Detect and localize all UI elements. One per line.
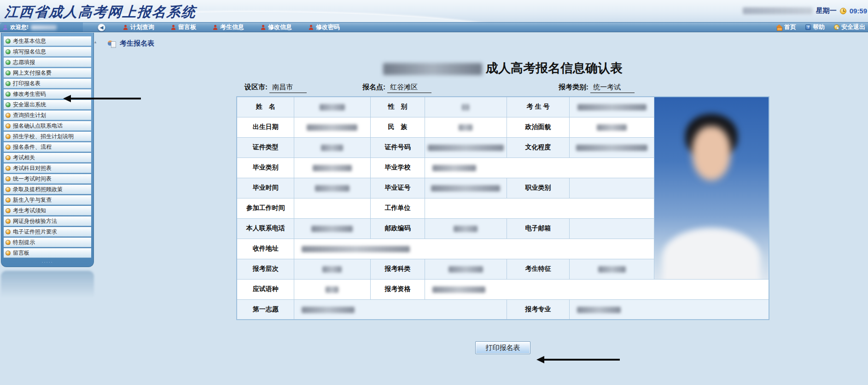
field-label: 报考资格	[370, 279, 425, 299]
nav-right-item-3[interactable]: 安全退出	[834, 23, 865, 31]
redacted-value	[576, 145, 647, 151]
sidebar-item-14[interactable]: 统一考试时间表	[4, 174, 91, 184]
sidebar-collapse-handle[interactable]: ▲	[92, 33, 99, 385]
sidebar-item-4[interactable]: 网上支付报名费	[4, 68, 91, 78]
nav-item-5[interactable]: 修改密码	[309, 23, 340, 31]
person-icon	[261, 25, 266, 30]
nav-item-2[interactable]: 留言板	[171, 23, 196, 31]
sidebar-item-12[interactable]: 考试相关	[4, 153, 91, 163]
sidebar-item-label: 招生学校、招生计划说明	[13, 133, 74, 140]
orange-dot-icon	[6, 240, 11, 245]
field-value	[425, 178, 507, 198]
field-value	[425, 279, 769, 299]
redacted-value	[449, 266, 483, 273]
redacted-value	[428, 145, 504, 151]
redacted-value	[322, 266, 342, 273]
field-value	[570, 117, 654, 137]
back-icon[interactable]: ◀	[98, 23, 105, 31]
field-label: 应试语种	[237, 279, 294, 299]
redacted-value	[577, 307, 621, 313]
redacted-value	[432, 165, 476, 171]
orange-dot-icon	[6, 229, 11, 234]
redacted-value	[313, 165, 352, 171]
sidebar-item-18[interactable]: 网证身份核验方法	[4, 216, 91, 226]
sidebar-item-7[interactable]: 安全退出系统	[4, 100, 91, 110]
field-label: 收件地址	[237, 239, 294, 259]
sidebar-item-label: 电子证件照片要求	[13, 228, 57, 236]
redacted-value	[307, 124, 357, 131]
field-value	[294, 117, 370, 137]
nav-right-item-2[interactable]: ?帮助	[805, 23, 825, 31]
help-icon: ?	[805, 24, 811, 30]
photo-shirt	[662, 228, 761, 279]
nav-item-3[interactable]: 考生信息	[213, 23, 244, 31]
sidebar-item-9[interactable]: 报名确认点联系电话	[4, 121, 91, 131]
welcome-area: 欢迎您!	[0, 23, 83, 32]
sidebar-item-21[interactable]: 留言板	[4, 248, 91, 258]
sidebar-item-20[interactable]: 特别提示	[4, 238, 91, 247]
navbar-menu: 计划查询留言板考生信息修改信息修改密码	[123, 23, 340, 31]
field-value	[294, 158, 370, 178]
sidebar-resize-handle[interactable]: ·····	[4, 259, 91, 265]
sidebar-item-1[interactable]: 考生基本信息	[4, 36, 91, 46]
redacted-value	[598, 266, 626, 273]
sidebar-item-label: 修改考生密码	[13, 90, 46, 98]
field-value	[570, 97, 654, 117]
print-form-button[interactable]: 打印报名表	[475, 341, 530, 354]
section-title: 考生报名表	[120, 39, 154, 48]
sidebar-item-label: 考生考试须知	[13, 207, 46, 215]
field-value	[425, 158, 654, 178]
field-value	[570, 259, 654, 279]
field-value	[294, 178, 370, 198]
sidebar-item-label: 网上支付报名费	[13, 69, 52, 77]
form-person-icon	[108, 40, 116, 47]
date-redacted	[743, 7, 813, 14]
sidebar-item-10[interactable]: 招生学校、招生计划说明	[4, 132, 91, 141]
person-icon	[309, 25, 314, 30]
redacted-value	[320, 104, 345, 111]
person-icon	[171, 25, 176, 30]
sidebar-item-5[interactable]: 打印报名表	[4, 79, 91, 88]
meta-registration-point: 报名点: 红谷滩区	[362, 83, 431, 93]
green-dot-icon	[6, 81, 11, 86]
sidebar-item-label: 特别提示	[13, 239, 35, 246]
nav-right-label: 安全退出	[841, 23, 865, 31]
field-label: 工作单位	[370, 198, 425, 218]
field-value	[294, 97, 370, 117]
form-title: 成人高考报名信息确认表	[236, 60, 769, 76]
orange-dot-icon	[6, 145, 11, 150]
sidebar-item-label: 安全退出系统	[13, 101, 46, 109]
field-value	[294, 137, 370, 158]
field-value	[294, 279, 370, 299]
sidebar-item-16[interactable]: 新生入学与复查	[4, 195, 91, 205]
nav-item-1[interactable]: 计划查询	[123, 23, 154, 31]
sidebar-item-8[interactable]: 查询招生计划	[4, 111, 91, 120]
redacted-value	[315, 185, 350, 192]
sidebar-item-3[interactable]: 志愿填报	[4, 58, 91, 67]
sidebar-item-17[interactable]: 考生考试须知	[4, 206, 91, 216]
field-value	[425, 97, 507, 117]
nav-item-4[interactable]: 修改信息	[261, 23, 292, 31]
redacted-value	[432, 286, 485, 293]
meta-value: 统一考试	[590, 83, 635, 93]
field-label: 考 生 号	[507, 97, 570, 117]
field-label: 职业类别	[507, 178, 570, 198]
field-label: 毕业学校	[370, 158, 425, 178]
field-label: 政治面貌	[507, 117, 570, 137]
sidebar-item-15[interactable]: 录取及提档照顾政策	[4, 185, 91, 194]
green-dot-icon	[6, 60, 11, 65]
sidebar-item-label: 考试科目对照表	[13, 164, 52, 172]
sidebar-item-13[interactable]: 考试科目对照表	[4, 163, 91, 173]
logout-key-icon	[834, 24, 839, 30]
sidebar-item-11[interactable]: 报名条件、流程	[4, 142, 91, 152]
redacted-value	[462, 104, 469, 111]
green-dot-icon	[6, 70, 11, 76]
field-value	[425, 218, 507, 239]
nav-right-item-1[interactable]: 首页	[776, 23, 796, 31]
sidebar-item-2[interactable]: 填写报名信息	[4, 47, 91, 57]
sidebar-item-6[interactable]: 修改考生密码	[4, 89, 91, 99]
field-label: 出生日期	[237, 117, 294, 137]
datetime-area: 星期一 09:59	[743, 6, 867, 15]
sidebar-item-19[interactable]: 电子证件照片要求	[4, 227, 91, 237]
sidebar-item-label: 查询招生计划	[13, 111, 46, 119]
